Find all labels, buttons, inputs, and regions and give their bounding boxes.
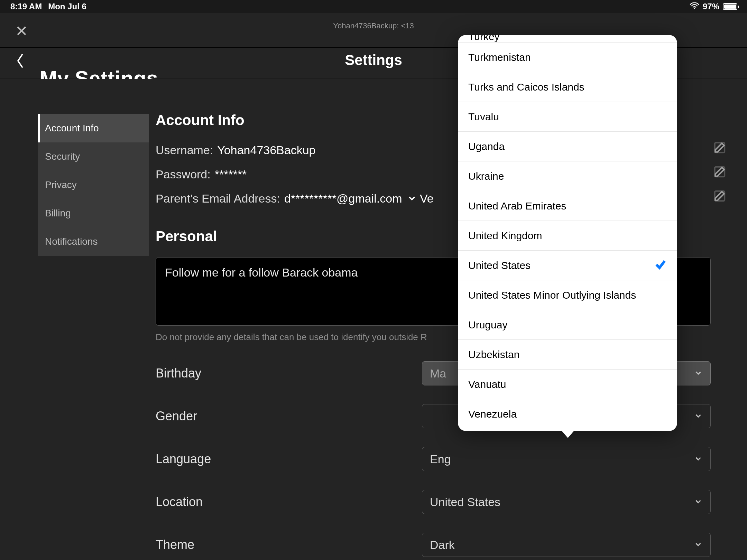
country-option-label: Uganda (468, 141, 505, 152)
theme-select[interactable]: Dark (422, 533, 711, 557)
wifi-icon (690, 2, 699, 11)
edit-password-button[interactable] (713, 165, 726, 180)
status-battery-pct: 97% (703, 2, 719, 11)
country-option-label: Turkmenistan (468, 52, 531, 63)
edit-username-button[interactable] (713, 141, 726, 156)
sidebar-item-label: Notifications (45, 236, 98, 247)
chevron-down-icon (694, 495, 703, 509)
status-time: 8:19 AM (10, 2, 42, 11)
sidebar-item-notifications[interactable]: Notifications (38, 227, 149, 256)
country-option-label: United Arab Emirates (468, 200, 566, 212)
location-select[interactable]: United States (422, 490, 711, 514)
theme-label: Theme (156, 538, 422, 552)
country-option[interactable]: Vanuatu (458, 370, 677, 399)
popover-arrow-icon (560, 428, 576, 438)
sidebar-item-label: Billing (45, 208, 71, 219)
verified-indicator: Ve (407, 192, 434, 205)
battery-icon (723, 3, 737, 10)
country-option[interactable]: Uganda (458, 132, 677, 161)
password-label: Password: (156, 168, 211, 181)
country-option[interactable]: Turks and Caicos Islands (458, 72, 677, 102)
page-title: Settings (345, 52, 402, 68)
username-label: Username: (156, 143, 213, 157)
language-value: Eng (430, 452, 451, 466)
country-option[interactable]: Uzbekistan (458, 340, 677, 370)
location-popover[interactable]: TurkeyTurkmenistanTurks and Caicos Islan… (458, 35, 677, 431)
country-option[interactable]: Venezuela (458, 399, 677, 429)
chevron-down-icon (694, 538, 703, 552)
chevron-down-icon (694, 410, 703, 423)
bio-value: Follow me for a follow Barack obama (165, 266, 358, 279)
country-option-label: Turks and Caicos Islands (468, 81, 584, 93)
location-label: Location (156, 495, 422, 509)
country-option-cut[interactable]: Turkey (458, 35, 677, 43)
country-option-label: Tuvalu (468, 111, 499, 123)
back-icon[interactable] (15, 53, 25, 70)
country-option-label: Vanuatu (468, 379, 506, 390)
country-option-label: Venezuela (468, 408, 517, 420)
sidebar-item-label: Privacy (45, 179, 77, 190)
location-value: United States (430, 495, 500, 509)
password-value: ******* (215, 168, 247, 181)
sidebar-item-security[interactable]: Security (38, 142, 149, 171)
chevron-down-icon (694, 452, 703, 466)
close-icon[interactable]: ✕ (15, 22, 28, 40)
sidebar: Account Info Security Privacy Billing No… (38, 114, 149, 256)
chevron-down-icon (407, 194, 417, 203)
sidebar-item-account-info[interactable]: Account Info (38, 114, 149, 142)
gender-label: Gender (156, 409, 422, 423)
country-option-label: Ukraine (468, 170, 504, 182)
country-option[interactable]: United States Minor Outlying Islands (458, 280, 677, 310)
country-option-label: United States (468, 260, 531, 271)
birthday-label: Birthday (156, 366, 422, 381)
sidebar-item-billing[interactable]: Billing (38, 199, 149, 227)
theme-value: Dark (430, 538, 455, 552)
country-option[interactable]: Tuvalu (458, 102, 677, 132)
svg-point-0 (694, 8, 695, 9)
country-option[interactable]: Ukraine (458, 161, 677, 191)
country-option[interactable]: Turkmenistan (458, 43, 677, 72)
verified-label: Ve (420, 192, 434, 205)
sidebar-item-privacy[interactable]: Privacy (38, 171, 149, 199)
country-option-label: Uruguay (468, 319, 507, 331)
country-option[interactable]: United Arab Emirates (458, 191, 677, 221)
username-value: Yohan4736Backup (217, 143, 315, 157)
chevron-down-icon (694, 367, 703, 380)
country-option-label: United Kingdom (468, 230, 542, 242)
country-option[interactable]: United Kingdom (458, 221, 677, 251)
country-option-label: United States Minor Outlying Islands (468, 289, 636, 301)
parent-email-label: Parent's Email Address: (156, 192, 280, 205)
country-option-label: Uzbekistan (468, 349, 519, 361)
edit-parent-email-button[interactable] (713, 189, 726, 204)
birthday-value: Ma (430, 367, 446, 380)
country-option[interactable]: United States (458, 251, 677, 280)
sidebar-item-label: Account Info (45, 123, 99, 134)
parent-email-value: d**********@gmail.com (284, 192, 402, 205)
language-label: Language (156, 452, 422, 466)
language-select[interactable]: Eng (422, 447, 711, 471)
sidebar-item-label: Security (45, 151, 80, 162)
country-option[interactable]: Uruguay (458, 310, 677, 340)
status-date: Mon Jul 6 (48, 2, 86, 11)
status-bar: 8:19 AM Mon Jul 6 97% (0, 0, 747, 13)
check-icon (654, 258, 667, 273)
account-subtitle: Yohan4736Backup: <13 (333, 21, 414, 30)
